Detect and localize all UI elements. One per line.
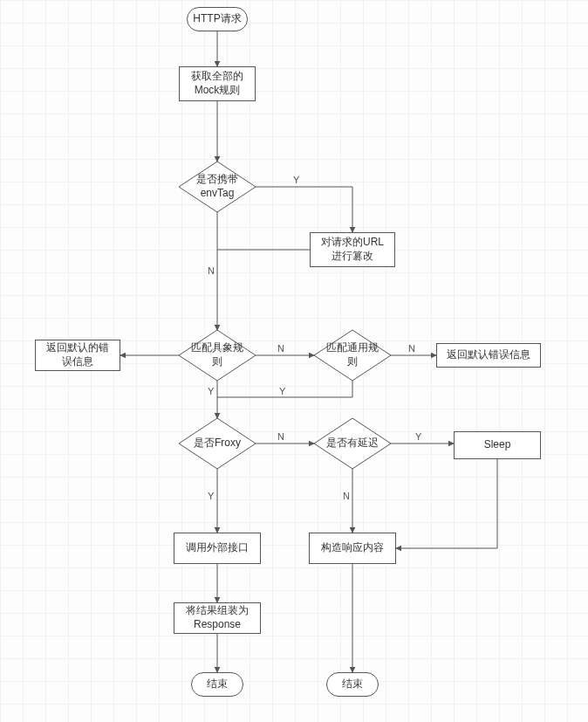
- label: Sleep: [484, 438, 511, 452]
- label: 匹配通用规则: [326, 341, 379, 368]
- edge-label-n: N: [343, 491, 350, 501]
- edge-label-n: N: [277, 343, 284, 354]
- label: 构造响应内容: [321, 541, 384, 555]
- node-default-error-right: 返回默认错误信息: [436, 343, 541, 368]
- edge-label-y: Y: [415, 431, 421, 442]
- label: 是否携带envTag: [196, 173, 238, 200]
- node-start: HTTP请求: [187, 7, 248, 31]
- label: 匹配具象规则: [191, 341, 243, 368]
- node-tamper-url: 对请求的URL进行篡改: [310, 232, 395, 267]
- label: 是否有延迟: [326, 437, 379, 450]
- node-default-error-left: 返回默认的错误信息: [35, 340, 120, 371]
- node-has-delay: 是否有延迟: [314, 418, 391, 469]
- edge-label-y: Y: [208, 491, 214, 501]
- node-end-left: 结束: [191, 672, 243, 697]
- node-sleep: Sleep: [454, 431, 541, 459]
- node-match-generic: 匹配通用规则: [314, 330, 391, 381]
- label: HTTP请求: [193, 12, 241, 26]
- edge-label-y: Y: [279, 386, 285, 396]
- node-get-rules: 获取全部的Mock规则: [179, 66, 256, 101]
- label: 将结果组装为Response: [186, 604, 249, 631]
- label: 结束: [342, 677, 363, 691]
- edge-label-n: N: [277, 431, 284, 442]
- edge-label-y: Y: [293, 175, 299, 185]
- label: 返回默认的错误信息: [46, 341, 109, 368]
- node-has-envtag: 是否携带envTag: [179, 162, 256, 212]
- label: 结束: [207, 677, 228, 691]
- node-call-external: 调用外部接口: [174, 533, 261, 564]
- node-build-response: 构造响应内容: [309, 533, 396, 564]
- label: 调用外部接口: [186, 541, 249, 555]
- edge-label-n: N: [208, 265, 215, 276]
- node-end-right: 结束: [326, 672, 379, 697]
- label: 返回默认错误信息: [447, 348, 530, 362]
- edge-label-y: Y: [208, 386, 214, 396]
- node-assemble-response: 将结果组装为Response: [174, 602, 261, 634]
- label: 获取全部的Mock规则: [191, 70, 243, 97]
- node-match-concrete: 匹配具象规则: [179, 330, 256, 381]
- edge-label-n: N: [408, 343, 415, 354]
- node-is-froxy: 是否Froxy: [179, 418, 256, 469]
- label: 是否Froxy: [194, 437, 241, 450]
- label: 对请求的URL进行篡改: [321, 236, 384, 263]
